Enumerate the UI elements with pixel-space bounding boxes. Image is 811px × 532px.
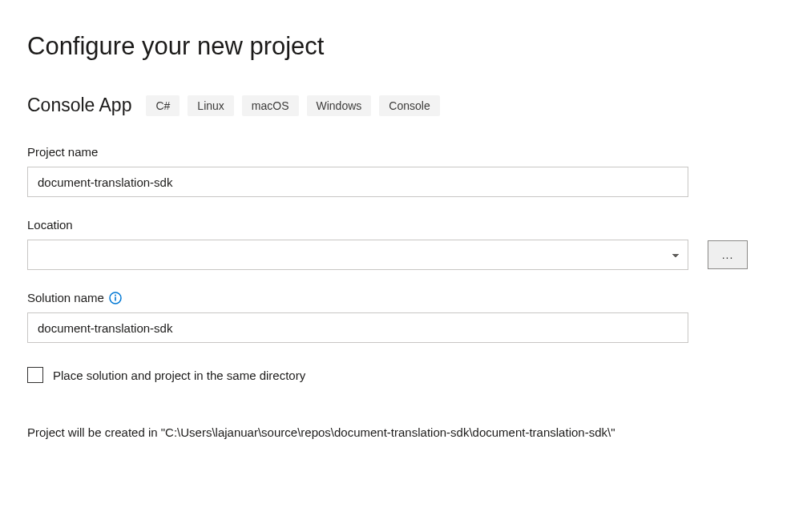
solution-name-field-group: Solution name — [27, 291, 784, 343]
tag-windows: Windows — [307, 95, 372, 116]
tag-csharp: C# — [146, 95, 180, 116]
configure-project-container: Configure your new project Console App C… — [0, 0, 811, 442]
project-name-label: Project name — [27, 145, 784, 159]
tag-console: Console — [379, 95, 439, 116]
solution-name-label: Solution name — [27, 291, 104, 304]
template-tags: C# Linux macOS Windows Console — [146, 95, 439, 116]
location-dropdown[interactable] — [27, 240, 688, 270]
page-title: Configure your new project — [27, 32, 784, 61]
solution-name-input[interactable] — [27, 312, 688, 343]
tag-linux: Linux — [188, 95, 233, 116]
same-directory-checkbox[interactable] — [27, 367, 43, 383]
tag-macos: macOS — [242, 95, 299, 116]
location-label: Location — [27, 218, 784, 232]
svg-point-1 — [115, 294, 116, 296]
location-row: ... — [27, 240, 784, 270]
path-preview: Project will be created in "C:\Users\laj… — [27, 423, 688, 442]
location-field-group: Location ... — [27, 218, 784, 270]
template-name: Console App — [27, 95, 131, 116]
same-directory-label: Place solution and project in the same d… — [53, 369, 305, 382]
project-name-field-group: Project name — [27, 145, 784, 197]
template-row: Console App C# Linux macOS Windows Conso… — [27, 95, 784, 116]
solution-name-label-row: Solution name — [27, 291, 784, 304]
browse-button[interactable]: ... — [708, 240, 748, 269]
same-directory-row: Place solution and project in the same d… — [27, 367, 784, 383]
svg-rect-2 — [115, 296, 116, 300]
info-icon[interactable] — [109, 292, 122, 304]
chevron-down-icon — [672, 251, 680, 260]
project-name-input[interactable] — [27, 167, 688, 197]
